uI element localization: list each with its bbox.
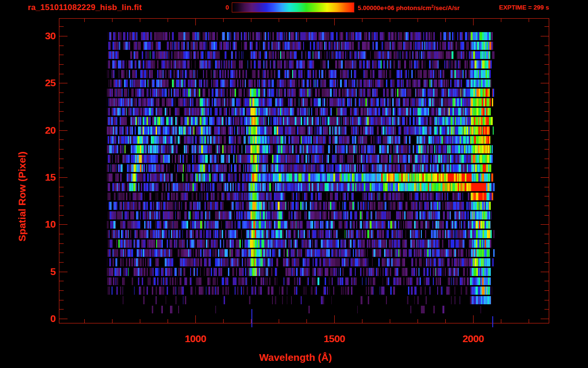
y-axis-title: Spatial Row (Pixel) bbox=[16, 151, 28, 242]
file-title: ra_151011082229_hisb_lin.fit bbox=[28, 3, 142, 12]
y-tick-label: 30 bbox=[34, 30, 56, 42]
colorbar-min-label: 0 bbox=[219, 4, 229, 11]
x-tick-label: 2000 bbox=[463, 333, 484, 345]
x-tick-label: 1000 bbox=[185, 333, 206, 345]
y-tick-label: 20 bbox=[34, 125, 56, 136]
colorbar-gradient bbox=[232, 2, 354, 12]
y-tick-label: 0 bbox=[34, 313, 56, 324]
y-tick-label: 25 bbox=[34, 77, 56, 89]
y-tick-label: 5 bbox=[34, 266, 56, 277]
spectral-heatmap-canvas bbox=[59, 18, 549, 328]
exptime-label: EXPTIME = 299 s bbox=[499, 4, 549, 11]
fits-spectral-viewer: ra_151011082229_hisb_lin.fit 0 5.00000e+… bbox=[0, 0, 588, 368]
x-axis-title: Wavelength (Å) bbox=[259, 352, 332, 363]
y-tick-label: 10 bbox=[34, 218, 56, 230]
y-tick-label: 15 bbox=[34, 172, 56, 183]
colorbar-max-label: 5.00000e+06 photons/cm2/sec/A/sr bbox=[358, 4, 460, 12]
x-tick-label: 1500 bbox=[324, 333, 345, 345]
